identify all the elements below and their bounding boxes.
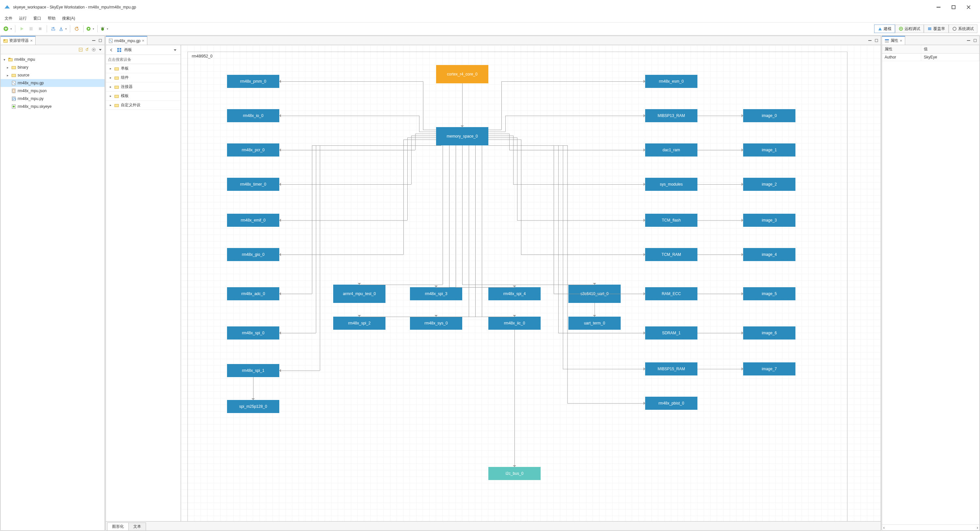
view-menu-button[interactable]: [97, 47, 103, 53]
maximize-pane-button[interactable]: [873, 38, 880, 43]
refresh-button[interactable]: [73, 24, 81, 33]
perspective-coverage[interactable]: 覆盖率: [924, 24, 949, 33]
palette-item-component[interactable]: ▸组件: [106, 73, 181, 82]
tree-project[interactable]: ▾ rm48x_mpu: [1, 56, 105, 64]
diagram-canvas-scroll[interactable]: rm48l952_0 cortex_r4_core_0memory_space_…: [181, 45, 881, 521]
diagram-node-image_2[interactable]: image_2: [743, 178, 795, 191]
palette-item-custom[interactable]: ▸自定义外设: [106, 100, 181, 110]
maximize-pane-button[interactable]: [97, 38, 103, 43]
diagram-node-cortex_r4_core_0[interactable]: cortex_r4_core_0: [436, 65, 488, 83]
collapse-all-button[interactable]: [78, 47, 84, 53]
diagram-node-TCM_flash[interactable]: TCM_flash: [645, 214, 697, 227]
properties-tab[interactable]: 属性 ✕: [882, 36, 905, 45]
tree-folder-source[interactable]: ▸ source: [1, 71, 105, 79]
diagram-node-memory_space_0[interactable]: memory_space_0: [436, 127, 488, 145]
diagram-node-rm48x_io_0[interactable]: rm48x_io_0: [227, 109, 279, 122]
diagram-node-rm48x_pcr_0[interactable]: rm48x_pcr_0: [227, 144, 279, 156]
editor-bottom-tab-text[interactable]: 文本: [128, 523, 146, 530]
palette-search-input[interactable]: [108, 57, 179, 62]
tree-folder-binary[interactable]: ▸ binary: [1, 64, 105, 71]
diagram-node-rm48x_spi_4[interactable]: rm48x_spi_4: [488, 287, 541, 300]
diagram-canvas[interactable]: rm48l952_0 cortex_r4_core_0memory_space_…: [188, 52, 847, 521]
diagram-node-RAM_ECC[interactable]: RAM_ECC: [645, 287, 697, 300]
window-minimize-button[interactable]: [931, 2, 946, 12]
stop-button[interactable]: [36, 24, 45, 33]
expand-icon[interactable]: ▸: [5, 73, 10, 77]
palette-item-template[interactable]: ▸模板: [106, 91, 181, 100]
diagram-node-rm48x_spi_0[interactable]: rm48x_spi_0: [227, 327, 279, 340]
debug-config-button[interactable]: [100, 24, 109, 33]
step-over-button[interactable]: [49, 24, 58, 33]
step-into-button[interactable]: [59, 24, 68, 33]
diagram-node-rm48x_spi_1[interactable]: rm48x_spi_1: [227, 364, 279, 377]
tree-file-py[interactable]: py rm48x_mpu.py: [1, 95, 105, 103]
diagram-node-image_3[interactable]: image_3: [743, 214, 795, 227]
tree-file-json[interactable]: {} rm48x_mpu.json: [1, 87, 105, 95]
minimize-pane-button[interactable]: [867, 38, 873, 43]
diagram-node-rm48x_spi_3[interactable]: rm48x_spi_3: [410, 287, 462, 300]
expand-icon[interactable]: ▾: [2, 58, 6, 61]
perspective-remote-debug[interactable]: 远程调试: [895, 24, 924, 33]
palette-item-board[interactable]: ▸单板: [106, 64, 181, 73]
resource-explorer-tab[interactable]: 资源管理器 ✕: [1, 36, 36, 45]
diagram-node-rm48x_pbist_0[interactable]: rm48x_pbist_0: [645, 397, 697, 410]
menu-run[interactable]: 运行: [16, 15, 29, 22]
diagram-node-MIBSP13_RAM[interactable]: MIBSP13_RAM: [645, 109, 697, 122]
palette-back-button[interactable]: [108, 47, 115, 53]
scroll-right-icon[interactable]: ›: [977, 525, 978, 530]
diagram-node-rm48x_sys_0[interactable]: rm48x_sys_0: [410, 317, 462, 330]
diagram-node-i2c_bus_0[interactable]: i2c_bus_0: [488, 467, 541, 480]
run-button[interactable]: [18, 24, 26, 33]
window-maximize-button[interactable]: [946, 2, 961, 12]
diagram-node-image_0[interactable]: image_0: [743, 109, 795, 122]
close-tab-icon[interactable]: ✕: [142, 39, 145, 43]
palette-collapse-button[interactable]: [172, 47, 178, 53]
property-row[interactable]: AuthorSkyEye: [882, 54, 979, 61]
run-config-button[interactable]: [86, 24, 95, 33]
maximize-pane-button[interactable]: [972, 38, 978, 43]
minimize-pane-button[interactable]: [966, 38, 972, 43]
diagram-node-rm48x_pmm_0[interactable]: rm48x_pmm_0: [227, 75, 279, 88]
diagram-node-image_6[interactable]: image_6: [743, 327, 795, 340]
menu-search[interactable]: 搜索(A): [59, 15, 78, 22]
scroll-left-icon[interactable]: ‹: [883, 525, 885, 530]
link-editor-button[interactable]: [84, 47, 90, 53]
window-close-button[interactable]: [961, 2, 976, 12]
diagram-node-image_1[interactable]: image_1: [743, 144, 795, 156]
diagram-node-rm48x_iic_0[interactable]: rm48x_iic_0: [488, 317, 541, 330]
diagram-node-uart_term_0[interactable]: uart_term_0: [568, 317, 620, 330]
pause-button[interactable]: [27, 24, 35, 33]
diagram-node-image_7[interactable]: image_7: [743, 362, 795, 375]
new-button[interactable]: [3, 24, 13, 33]
diagram-node-rm48x_adc_0[interactable]: rm48x_adc_0: [227, 287, 279, 300]
palette-item-connector[interactable]: ▸连接器: [106, 82, 181, 91]
editor-tab[interactable]: rm48x_mpu.gp ✕: [106, 36, 147, 45]
minimize-pane-button[interactable]: [91, 38, 97, 43]
diagram-node-image_5[interactable]: image_5: [743, 287, 795, 300]
diagram-node-sys_modules[interactable]: sys_modules: [645, 178, 697, 191]
expand-icon[interactable]: ▸: [5, 66, 10, 69]
diagram-node-rm48x_gio_0[interactable]: rm48x_gio_0: [227, 248, 279, 261]
diagram-node-armr4_mpu_test_0[interactable]: armr4_mpu_test_0: [333, 285, 385, 303]
diagram-node-dac1_ram[interactable]: dac1_ram: [645, 144, 697, 156]
menu-window[interactable]: 窗口: [31, 15, 44, 22]
diagram-node-spi_m25p128_0[interactable]: spi_m25p128_0: [227, 400, 279, 413]
diagram-node-rm48x_timer_0[interactable]: rm48x_timer_0: [227, 178, 279, 191]
palette-search[interactable]: [106, 55, 181, 64]
diagram-node-image_4[interactable]: image_4: [743, 248, 795, 261]
diagram-node-rm48x_spi_2[interactable]: rm48x_spi_2: [333, 317, 385, 330]
menu-help[interactable]: 帮助: [45, 15, 58, 22]
diagram-node-SDRAM_1[interactable]: SDRAM_1: [645, 327, 697, 340]
diagram-node-rm48x_esm_0[interactable]: rm48x_esm_0: [645, 75, 697, 88]
perspective-model[interactable]: 建模: [874, 24, 895, 33]
menu-file[interactable]: 文件: [2, 15, 15, 22]
focus-button[interactable]: [91, 47, 97, 53]
diagram-node-TCM_RAM[interactable]: TCM_RAM: [645, 248, 697, 261]
diagram-node-MIBSP15_RAM[interactable]: MIBSP15_RAM: [645, 362, 697, 375]
editor-bottom-tab-graph[interactable]: 图形化: [107, 523, 129, 530]
tree-file-skyeye[interactable]: rm48x_mpu.skyeye: [1, 103, 105, 110]
perspective-sys-debug[interactable]: 系统调试: [949, 24, 977, 33]
diagram-node-rm48x_emif_0[interactable]: rm48x_emif_0: [227, 214, 279, 227]
project-tree[interactable]: ▾ rm48x_mpu ▸ binary ▸ source rm48x_mpu.…: [1, 54, 105, 530]
tree-file-gp[interactable]: rm48x_mpu.gp: [1, 79, 105, 87]
